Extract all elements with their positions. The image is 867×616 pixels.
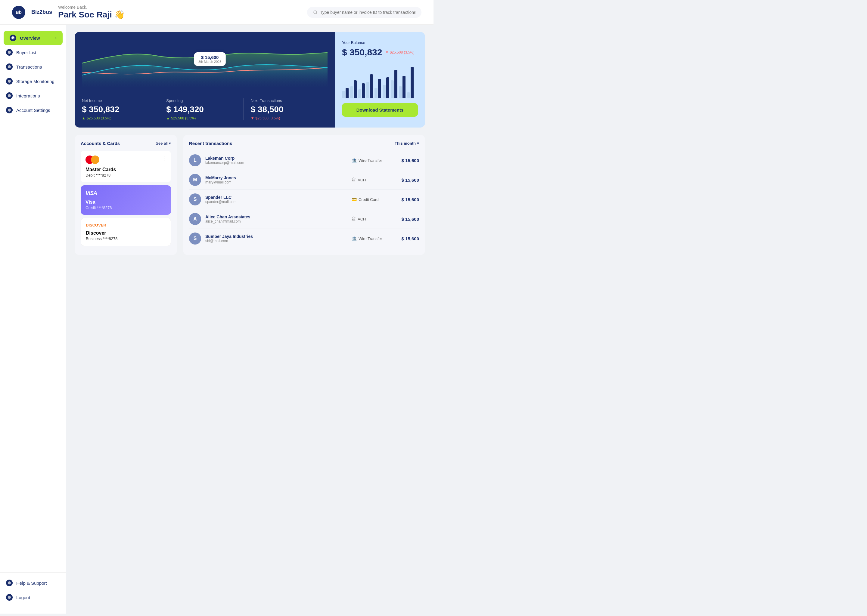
down-arrow-icon: ▼ xyxy=(251,116,254,120)
method-icon: 🏛 xyxy=(352,178,356,182)
sidebar-label-logout: Logout xyxy=(16,595,30,600)
svg-point-5 xyxy=(8,94,11,97)
balance-label: Your Balance xyxy=(342,40,418,45)
sidebar-label-help: Help & Support xyxy=(16,580,47,586)
bar xyxy=(354,80,357,98)
txn-avatar: A xyxy=(189,213,201,225)
search-input[interactable] xyxy=(320,10,415,15)
txn-email: alice_chan@mail.com xyxy=(205,219,347,223)
storage-icon xyxy=(6,78,13,85)
sidebar-item-integrations[interactable]: Integrations xyxy=(0,88,66,103)
txn-info: Sumber Jaya Industries sbi@mail.com xyxy=(205,234,347,243)
card-menu-icon[interactable]: ⋮ xyxy=(161,155,167,162)
txn-amount: $ 15,600 xyxy=(395,236,419,241)
stats-row: Net Income $ 350,832 ▲ $25.508 (3.5%) Sp… xyxy=(82,92,328,120)
method-label: ACH xyxy=(358,217,366,222)
mastercard-icon xyxy=(85,156,166,164)
net-income-label: Net Income xyxy=(82,98,153,103)
chart-area: $ 15,600 8th March 2023 Net Income $ 350… xyxy=(75,32,335,127)
accounts-panel: Accounts & Cards See all ▾ ⋮ Master Card… xyxy=(75,135,177,255)
next-txn-value: $ 38,500 xyxy=(251,105,322,114)
bar xyxy=(386,77,389,98)
card-discover[interactable]: DISCOVER Discover Business ****8278 xyxy=(81,218,171,246)
txn-info: Alice Chan Assosiates alice_chan@mail.co… xyxy=(205,214,347,223)
balance-change: ▼ $25.508 (3.5%) xyxy=(385,50,414,55)
spending-label: Spending xyxy=(166,98,237,103)
bar-pair-3 xyxy=(358,83,365,98)
sidebar-item-overview[interactable]: Overview › xyxy=(4,31,63,45)
bar-pair-5 xyxy=(375,79,381,98)
bar xyxy=(399,86,402,98)
sidebar-item-logout[interactable]: Logout xyxy=(0,590,66,605)
txn-amount: $ 15,600 xyxy=(395,197,419,202)
bar-pair-7 xyxy=(391,70,397,98)
txn-name: Sumber Jaya Industries xyxy=(205,234,347,239)
card-mastercard[interactable]: ⋮ Master Cards Debit ****8278 xyxy=(81,151,171,182)
bar xyxy=(383,85,386,98)
visa-name: Visa xyxy=(85,200,166,205)
sidebar-label-storage: Storage Monitoring xyxy=(16,79,55,84)
transactions-filter[interactable]: This month ▾ xyxy=(395,141,419,146)
txn-amount: $ 15,600 xyxy=(395,158,419,163)
transaction-row[interactable]: L Lakeman Corp lakemancorp@mail.com 🏦 Wi… xyxy=(189,151,419,170)
download-statements-button[interactable]: Download Statements xyxy=(342,103,418,117)
header: Bb Biz2bus Welcome Back, Park Soe Raji 👋 xyxy=(0,0,434,25)
user-name: Park Soe Raji 👋 xyxy=(58,9,301,20)
txn-avatar: S xyxy=(189,193,201,206)
svg-point-3 xyxy=(8,65,11,68)
bottom-section: Accounts & Cards See all ▾ ⋮ Master Card… xyxy=(75,135,425,255)
txn-name: McMarry Jones xyxy=(205,175,347,180)
brand-name: Biz2bus xyxy=(31,9,52,15)
bar-pair-1 xyxy=(342,88,348,98)
txn-info: Spander LLC spander@mail.com xyxy=(205,195,347,204)
tooltip-amount: $ 15,600 xyxy=(199,55,221,60)
txn-amount: $ 15,600 xyxy=(395,217,419,222)
sidebar-label-transactions: Transactions xyxy=(16,64,42,69)
svg-point-7 xyxy=(8,581,11,585)
main-layout: Overview › Buyer List Transactions S xyxy=(0,25,434,614)
sidebar-item-buyer-list[interactable]: Buyer List xyxy=(0,45,66,60)
sidebar-item-help[interactable]: Help & Support xyxy=(0,576,66,590)
method-icon: 🏛 xyxy=(352,217,356,222)
stat-next-transactions: Next Transactions $ 38,500 ▼ $25.508 (3.… xyxy=(243,98,328,120)
bar xyxy=(366,82,369,98)
account-settings-icon xyxy=(6,107,13,113)
txn-name: Lakeman Corp xyxy=(205,156,347,160)
method-label: Wire Transfer xyxy=(359,158,382,163)
transaction-row[interactable]: A Alice Chan Assosiates alice_chan@mail.… xyxy=(189,209,419,229)
balance-panel: Your Balance $ 350,832 ▼ $25.508 (3.5%) xyxy=(335,32,425,127)
spending-change: ▲ $25.508 (3.5%) xyxy=(166,116,237,120)
method-label: Credit Card xyxy=(359,197,378,202)
tooltip-date: 8th March 2023 xyxy=(199,60,221,63)
sidebar-item-storage-monitoring[interactable]: Storage Monitoring xyxy=(0,74,66,88)
search-icon xyxy=(313,10,318,15)
txn-amount: $ 15,600 xyxy=(395,178,419,182)
bar xyxy=(362,83,365,98)
transactions-panel: Recent transactions This month ▾ L Lakem… xyxy=(183,135,425,255)
bar xyxy=(394,70,397,98)
method-icon: 🏦 xyxy=(352,236,357,241)
search-bar[interactable] xyxy=(307,7,421,18)
transactions-icon xyxy=(6,63,13,70)
sidebar-item-account-settings[interactable]: Account Settings xyxy=(0,103,66,117)
balance-bar-chart xyxy=(342,62,418,98)
transactions-list: L Lakeman Corp lakemancorp@mail.com 🏦 Wi… xyxy=(189,151,419,248)
txn-avatar: M xyxy=(189,174,201,186)
sidebar-label-account-settings: Account Settings xyxy=(16,108,50,113)
transaction-row[interactable]: S Sumber Jaya Industries sbi@mail.com 🏦 … xyxy=(189,229,419,248)
net-income-value: $ 350,832 xyxy=(82,105,153,114)
card-visa[interactable]: VISA Visa Credit ****8278 xyxy=(81,185,171,215)
txn-name: Alice Chan Assosiates xyxy=(205,214,347,219)
next-txn-change: ▼ $25.508 (3.5%) xyxy=(251,116,322,120)
bar xyxy=(407,92,410,98)
txn-method: 🏦 Wire Transfer xyxy=(352,158,391,163)
see-all-button[interactable]: See all ▾ xyxy=(156,141,171,146)
sidebar-bottom: Help & Support Logout xyxy=(0,572,66,608)
method-label: ACH xyxy=(358,178,366,182)
bar xyxy=(345,88,348,98)
bar xyxy=(350,86,353,98)
mastercard-number: Debit ****8278 xyxy=(85,173,166,178)
sidebar-item-transactions[interactable]: Transactions xyxy=(0,60,66,74)
transaction-row[interactable]: M McMarry Jones mary@mail.com 🏛 ACH $ 15… xyxy=(189,170,419,190)
transaction-row[interactable]: S Spander LLC spander@mail.com 💳 Credit … xyxy=(189,190,419,209)
